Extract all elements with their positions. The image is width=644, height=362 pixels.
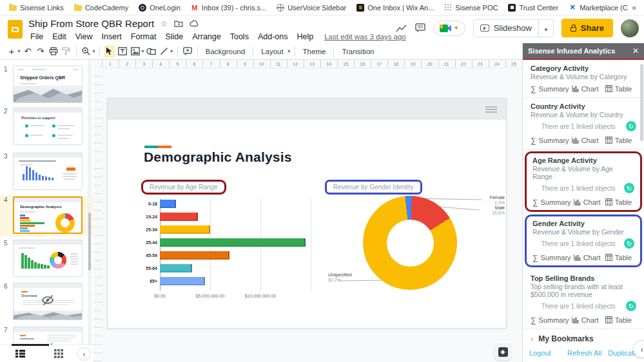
bar-35-44[interactable] — [160, 238, 306, 247]
menu-format[interactable]: Format — [126, 31, 161, 43]
refresh-circle-icon[interactable]: ↻ — [624, 183, 634, 193]
insert-line-button[interactable] — [159, 45, 170, 58]
slideshow-button[interactable]: Slideshow ▼ — [473, 19, 554, 37]
paint-format-button[interactable] — [61, 45, 72, 58]
table-button[interactable]: Table — [605, 85, 636, 93]
layout-button[interactable]: Layout — [257, 46, 288, 57]
summary-button[interactable]: ∑Summary — [531, 84, 569, 93]
menu-view[interactable]: View — [71, 31, 97, 43]
transition-button[interactable]: Transition — [337, 46, 378, 57]
bookmark-item[interactable]: Sisense POC — [439, 3, 503, 13]
summary-button[interactable]: ∑Summary — [531, 316, 569, 325]
logout-link[interactable]: Logout — [529, 349, 551, 357]
bookmark-item[interactable]: OneLogin — [133, 3, 186, 13]
revenue-by-gender-donut-chart[interactable]: Female2.3%Male15.5%Unspecified82.2% — [320, 195, 507, 305]
new-slide-button[interactable]: + — [6, 45, 17, 58]
table-button[interactable]: Table — [605, 316, 636, 324]
slide-thumbnail[interactable] — [13, 327, 83, 345]
slide-thumbnail[interactable] — [13, 240, 83, 277]
bookmark-item[interactable]: SOne Inbox | Wix An... — [351, 3, 439, 13]
table-button[interactable]: Table — [605, 198, 634, 206]
theme-button[interactable]: Theme — [298, 46, 331, 57]
sidebar-scrollbar[interactable] — [640, 60, 643, 189]
slide-thumbnail[interactable]: Demographic Analysis — [13, 196, 83, 234]
bar-25-34[interactable] — [160, 225, 210, 234]
layout-caret-icon[interactable]: ▼ — [287, 49, 291, 53]
move-folder-icon[interactable] — [174, 20, 183, 27]
document-title[interactable]: Ship From Store QBR Report — [28, 18, 154, 29]
slide-thumbnail[interactable]: Priorities to support — [13, 108, 83, 145]
chart-button[interactable]: Chart — [572, 316, 603, 324]
my-bookmarks-expander[interactable]: ›My Bookmarks — [523, 329, 644, 344]
summary-button[interactable]: ∑Summary — [532, 253, 571, 262]
refresh-circle-icon[interactable]: ↻ — [626, 301, 636, 311]
undo-button[interactable]: ↶ — [22, 45, 34, 58]
filmstrip-slide-6[interactable]: 6 Overview — [0, 281, 93, 323]
table-button[interactable]: Table — [605, 254, 634, 262]
google-slides-logo-icon[interactable] — [8, 20, 23, 39]
bar-0-18[interactable] — [160, 200, 176, 208]
insert-shape-button[interactable] — [146, 45, 157, 58]
bookmark-item[interactable]: Sisense Links — [4, 3, 69, 13]
filmstrip-slide-7[interactable]: 7 — [0, 325, 93, 345]
bar-45-54[interactable] — [160, 251, 229, 260]
summary-button[interactable]: ∑Summary — [532, 198, 571, 207]
chart-button[interactable]: Chart — [574, 254, 603, 262]
text-box-button[interactable] — [117, 45, 128, 58]
revenue-by-age-range-bar-chart[interactable]: 0-1819-2425-3435-4445-5455-6465+$0.00$5,… — [144, 198, 337, 305]
menu-file[interactable]: File — [26, 31, 48, 43]
slide-title[interactable]: Demographic Analysis — [144, 149, 292, 165]
background-button[interactable]: Background — [201, 46, 249, 57]
chart-button[interactable]: Chart — [572, 85, 603, 93]
insert-image-button[interactable] — [130, 45, 141, 58]
select-tool-button[interactable] — [104, 45, 115, 58]
slide-band-menu-icon[interactable] — [485, 106, 497, 114]
menu-help[interactable]: Help — [292, 31, 318, 43]
summary-button[interactable]: ∑Summary — [531, 136, 569, 145]
menu-insert[interactable]: Insert — [97, 31, 126, 43]
donut-chart-title-annotated-blue[interactable]: Revenue by Gender Identity — [325, 180, 422, 195]
slideshow-caret-icon[interactable]: ▼ — [539, 23, 553, 34]
sidebar-close-icon[interactable]: ✕ — [632, 46, 639, 55]
star-icon[interactable]: ☆ — [161, 19, 168, 28]
slide-editor[interactable]: Demographic Analysis Revenue by Age Rang… — [107, 98, 507, 329]
bookmark-item[interactable]: Trust Center — [503, 3, 563, 13]
bar-chart-title-annotated-red[interactable]: Revenue by Age Range — [141, 180, 226, 195]
donut[interactable] — [363, 196, 457, 290]
saved-to-drive-cloud-icon[interactable] — [190, 20, 199, 27]
bookmark-item[interactable]: MInbox (39) - chris.s... — [186, 3, 271, 13]
filmstrip-slide-1[interactable]: 1 Shipped Orders QBR — [0, 64, 93, 106]
filmstrip-slide-3[interactable]: 3 — [0, 151, 93, 193]
user-avatar[interactable] — [621, 19, 639, 37]
zoom-button[interactable] — [81, 45, 92, 58]
filmstrip-scrollbar[interactable] — [88, 60, 92, 345]
slide-thumbnail[interactable]: Shipped Orders QBR — [13, 66, 83, 103]
comment-history-icon[interactable] — [415, 23, 425, 33]
refresh-circle-icon[interactable]: ↻ — [624, 238, 634, 249]
last-edit-link[interactable]: Last edit was 3 days ago — [324, 33, 406, 41]
explore-button[interactable]: ◆ — [494, 343, 511, 360]
filmstrip-slide-2[interactable]: 2 Priorities to support — [0, 106, 93, 148]
table-button[interactable]: Table — [605, 137, 636, 144]
chart-button[interactable]: Chart — [574, 198, 603, 206]
image-caret-icon[interactable]: ▼ — [141, 49, 145, 53]
slide-thumbnail[interactable]: Overview — [13, 283, 83, 320]
bar-65+[interactable] — [160, 277, 205, 285]
print-button[interactable] — [48, 45, 59, 58]
bar-55-64[interactable] — [160, 264, 192, 272]
menu-add-ons[interactable]: Add-ons — [253, 31, 293, 43]
menu-edit[interactable]: Edit — [48, 31, 71, 43]
menu-slide[interactable]: Slide — [161, 31, 188, 43]
google-meet-button[interactable]: ▼ — [433, 21, 465, 36]
bookmark-item[interactable]: UserVoice Sidebar — [271, 3, 351, 13]
zoom-caret-icon[interactable]: ▼ — [92, 49, 96, 53]
menu-tools[interactable]: Tools — [226, 31, 253, 43]
share-button[interactable]: Share — [561, 19, 613, 37]
filmstrip-slide-5[interactable]: 5 — [0, 238, 93, 280]
bookmark-item[interactable]: CodeCademy — [69, 3, 133, 13]
bar-19-24[interactable] — [160, 213, 198, 221]
redo-button[interactable]: ↷ — [35, 45, 46, 58]
bookmarks-overflow-icon[interactable]: » — [628, 3, 640, 12]
refresh-circle-icon[interactable]: ↻ — [626, 121, 636, 131]
slide-thumbnail[interactable] — [13, 153, 83, 190]
